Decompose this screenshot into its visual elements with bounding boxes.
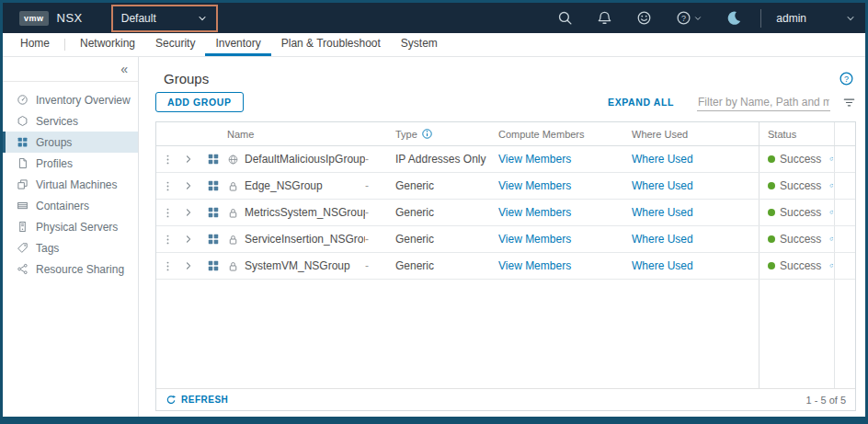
column-header-status[interactable]: Status — [759, 122, 834, 145]
sidebar-item-containers[interactable]: Containers — [3, 195, 138, 216]
lock-icon — [227, 260, 239, 272]
org-project-selector[interactable]: Default — [113, 6, 216, 30]
where-used-link[interactable]: Where Used — [632, 259, 693, 272]
row-expander[interactable] — [178, 180, 199, 191]
server-icon — [17, 221, 29, 233]
group-name-cell: ServiceInsertion_NSGroup — [227, 233, 365, 246]
sidebar-item-label: Services — [36, 115, 78, 128]
user-menu[interactable]: admin — [776, 12, 856, 25]
tab-inventory[interactable]: Inventory — [205, 33, 270, 56]
sidebar-item-inventory-overview[interactable]: Inventory Overview — [3, 89, 138, 110]
org-selector-value: Default — [121, 12, 156, 25]
main-nav-tabs: Home Networking Security Inventory Plan … — [3, 33, 865, 57]
status-label: Success — [780, 153, 821, 166]
where-used-link[interactable]: Where Used — [632, 153, 693, 166]
where-used-link[interactable]: Where Used — [632, 179, 693, 192]
sidebar-item-services[interactable]: Services — [3, 110, 138, 132]
status-label: Success — [780, 259, 821, 272]
refresh-label: REFRESH — [181, 395, 228, 405]
group-type-icon-cell — [199, 179, 227, 192]
sidebar-item-groups[interactable]: Groups — [3, 132, 138, 153]
row-menu-button[interactable] — [156, 234, 178, 246]
filter-input[interactable] — [697, 94, 830, 111]
column-gutter — [834, 253, 853, 279]
sidebar-collapse-button[interactable]: « — [3, 57, 138, 82]
where-used-link[interactable]: Where Used — [632, 206, 693, 219]
where-used-link[interactable]: Where Used — [632, 233, 693, 246]
view-members-link[interactable]: View Members — [498, 233, 571, 246]
row-expander[interactable] — [178, 260, 199, 271]
page-help-icon[interactable] — [839, 71, 854, 86]
column-header-compute-members[interactable]: Compute Members — [498, 129, 632, 140]
group-type: Generic — [395, 206, 498, 219]
top-bar: vmw NSX Default admin — [3, 3, 865, 33]
virtual-machine-icon — [17, 178, 29, 190]
sidebar: « Inventory Overview Services Groups Pr — [3, 57, 139, 417]
vertical-dots-icon — [162, 154, 174, 166]
refresh-button[interactable]: REFRESH — [166, 395, 228, 406]
content-area: « Inventory Overview Services Groups Pr — [3, 57, 865, 417]
lock-icon — [227, 234, 239, 246]
table-footer: REFRESH 1 - 5 of 5 — [156, 388, 855, 410]
refresh-icon — [166, 395, 177, 406]
feedback-smiley-icon[interactable] — [636, 10, 652, 26]
row-menu-button[interactable] — [156, 260, 178, 272]
chevron-right-icon — [183, 154, 194, 165]
groups-grid-icon — [207, 206, 220, 219]
column-header-type[interactable]: Type — [395, 128, 498, 140]
help-question-icon — [676, 10, 691, 26]
status-success-dot — [768, 209, 775, 216]
overview-gauge-icon — [17, 94, 29, 106]
sidebar-item-physical-servers[interactable]: Physical Servers — [3, 216, 138, 237]
group-name[interactable]: MetricsSystem_NSGroup — [245, 206, 365, 219]
column-header-name[interactable]: Name — [227, 129, 365, 140]
table-row: SystemVM_NSGroup - Generic View Members … — [156, 253, 855, 280]
group-name[interactable]: SystemVM_NSGroup — [245, 259, 350, 272]
row-expander[interactable] — [178, 154, 199, 165]
notifications-bell-icon[interactable] — [597, 10, 612, 26]
tab-security[interactable]: Security — [145, 33, 205, 56]
table-row: ServiceInsertion_NSGroup - Generic View … — [156, 226, 855, 253]
row-expander[interactable] — [178, 234, 199, 245]
column-gutter — [834, 173, 853, 199]
help-menu[interactable] — [676, 10, 702, 26]
group-name[interactable]: DefaultMaliciousIpGroup — [245, 153, 365, 166]
row-expander[interactable] — [178, 207, 199, 218]
row-menu-button[interactable] — [156, 207, 178, 219]
view-members-link[interactable]: View Members — [498, 153, 571, 166]
sidebar-item-profiles[interactable]: Profiles — [3, 153, 138, 174]
tags-placeholder: - — [365, 153, 395, 166]
column-header-where-used[interactable]: Where Used — [632, 129, 759, 140]
sidebar-item-label: Groups — [36, 136, 72, 149]
chevron-right-icon — [183, 260, 194, 271]
group-type: IP Addresses Only — [395, 153, 498, 166]
column-gutter — [834, 200, 853, 225]
lock-icon — [227, 180, 239, 192]
sidebar-item-virtual-machines[interactable]: Virtual Machines — [3, 174, 138, 195]
sidebar-item-tags[interactable]: Tags — [3, 237, 138, 258]
tab-networking[interactable]: Networking — [70, 33, 145, 56]
chevron-down-icon — [845, 13, 856, 24]
row-menu-button[interactable] — [156, 154, 178, 166]
view-members-link[interactable]: View Members — [498, 206, 571, 219]
status-column-filler — [759, 280, 834, 388]
expand-all-button[interactable]: EXPAND ALL — [608, 97, 674, 108]
tab-plan-troubleshoot[interactable]: Plan & Troubleshoot — [271, 33, 391, 56]
view-members-link[interactable]: View Members — [498, 259, 571, 272]
info-icon[interactable] — [421, 128, 433, 140]
view-members-link[interactable]: View Members — [498, 179, 571, 192]
tab-system[interactable]: System — [391, 33, 448, 56]
dark-mode-moon-icon[interactable] — [726, 10, 742, 26]
group-name[interactable]: Edge_NSGroup — [245, 179, 323, 192]
status-cell: Success — [759, 146, 834, 172]
tab-home[interactable]: Home — [10, 33, 60, 56]
add-group-button[interactable]: ADD GROUP — [155, 92, 244, 112]
sidebar-item-resource-sharing[interactable]: Resource Sharing — [3, 258, 138, 280]
status-cell: Success — [759, 200, 834, 225]
group-name[interactable]: ServiceInsertion_NSGroup — [245, 233, 365, 246]
table-header-row: Name Type Compute Members Where Used Sta… — [156, 122, 855, 146]
search-icon[interactable] — [557, 10, 573, 26]
tags-placeholder: - — [365, 259, 395, 272]
filter-icon[interactable] — [842, 96, 856, 109]
row-menu-button[interactable] — [156, 180, 178, 192]
